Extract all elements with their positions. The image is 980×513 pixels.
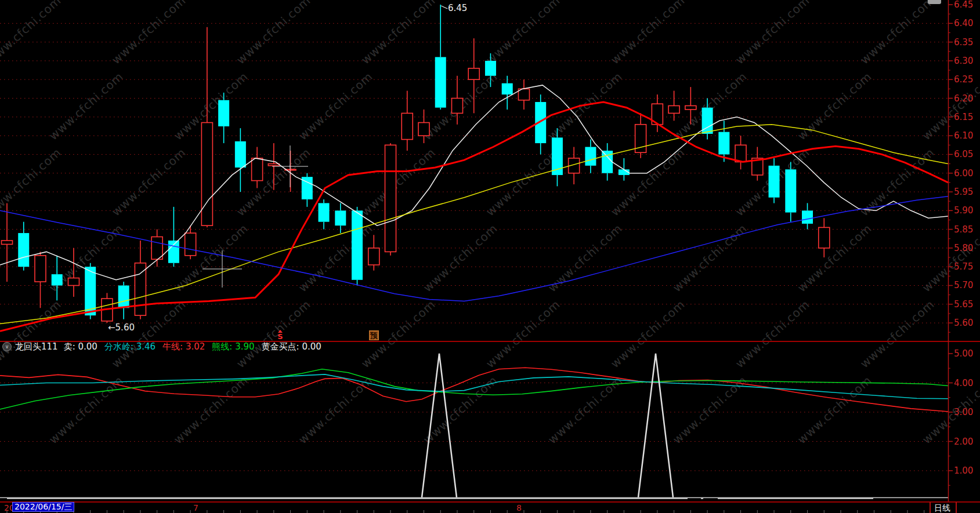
indicator-name[interactable]: 龙回头111 [15, 341, 58, 352]
indicator-field: 卖: 0.00 [64, 341, 97, 352]
low-price-annotation: ←5.60 [108, 322, 135, 333]
indicator-chart-region[interactable] [0, 352, 948, 497]
price-axis-label: 5.60 [954, 318, 980, 328]
chart-application-window: www.cfchi.comwww.cfchi.comwww.cfchi.comw… [0, 0, 980, 513]
price-axis-label: 5.75 [954, 262, 980, 271]
month-tick-label: 8 [516, 503, 522, 512]
indicator-caption-row: ∨ 龙回头111 卖: 0.00分水岭: 3.46牛线: 3.02熊线: 3.9… [0, 341, 328, 352]
price-axis-label: 5.90 [954, 206, 980, 215]
period-separator-right [956, 502, 957, 513]
chevron-down-icon[interactable]: ∨ [2, 342, 12, 351]
main-chart-region[interactable] [0, 0, 948, 341]
price-axis-label: 6.00 [954, 169, 980, 178]
indicator-axis-label: 4.00 [954, 379, 980, 388]
indicator-axis-label: 2.00 [954, 437, 980, 446]
sell-marker-letter: S [277, 333, 283, 340]
indicator-fields: 卖: 0.00分水岭: 3.46牛线: 3.02熊线: 3.90黄金买点: 0.… [64, 341, 328, 352]
scrollbar-segment-right[interactable] [718, 497, 873, 499]
indicator-field: 牛线: 3.02 [162, 341, 205, 352]
price-axis-label: 6.20 [954, 94, 980, 103]
scrollbar-dot[interactable] [701, 497, 703, 499]
window-fragment [928, 0, 941, 4]
warning-signal-marker: 预 [369, 330, 379, 340]
scrollbar-segment-left[interactable] [7, 497, 688, 499]
indicator-axis-label: 3.00 [954, 408, 980, 417]
indicator-field: 分水岭: 3.46 [104, 341, 156, 352]
price-axis-label: 5.70 [954, 281, 980, 290]
indicator-axis-label: 1.00 [954, 466, 980, 475]
indicator-field: 熊线: 3.90 [212, 341, 254, 352]
price-axis-label: 5.80 [954, 243, 980, 253]
price-axis-label: 6.10 [954, 131, 980, 140]
month-tick-label: 7 [193, 503, 198, 512]
period-label[interactable]: 日线 [934, 503, 950, 512]
current-date-box: 2022/06/15/三 [12, 502, 74, 512]
indicator-field: 黄金买点: 0.00 [262, 341, 321, 352]
price-axis-label: 6.05 [954, 150, 980, 159]
price-axis-label: 5.95 [954, 187, 980, 197]
sell-signal-marker: S [276, 330, 285, 340]
indicator-axis-label: 5.00 [954, 349, 980, 358]
price-axis-label: 6.25 [954, 75, 980, 84]
price-axis-label: 6.30 [954, 56, 980, 66]
price-axis-label: 6.45 [954, 0, 980, 9]
high-price-annotation: 6.45 [448, 3, 467, 13]
price-axis-label: 6.15 [954, 112, 980, 122]
price-axis-label: 5.65 [954, 300, 980, 309]
price-axis-label: 6.35 [954, 38, 980, 47]
bottom-divider-line [0, 501, 980, 503]
price-axis-label: 5.85 [954, 225, 980, 234]
price-axis-label: 6.40 [954, 19, 980, 28]
period-separator-left [930, 502, 931, 513]
